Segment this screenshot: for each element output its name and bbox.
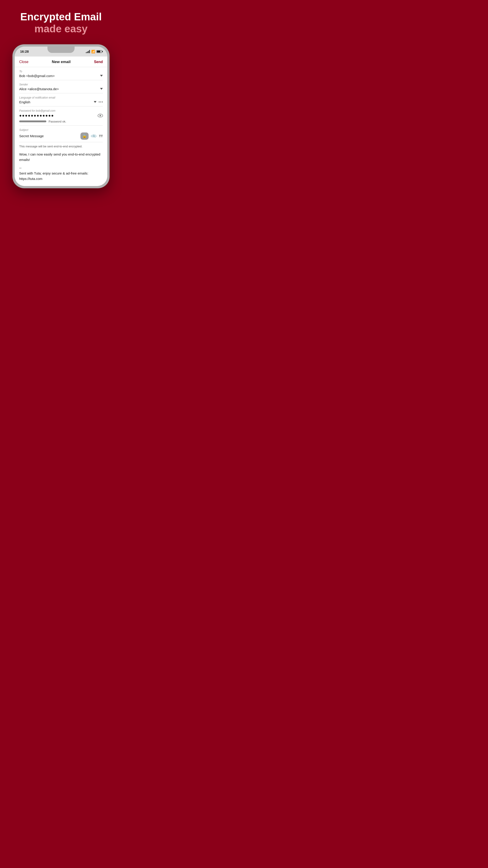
- language-field-group: Language of notification email English: [19, 93, 103, 106]
- password-strength-row: Password ok.: [19, 120, 103, 123]
- form-section: To Bob <bob@gmail.com> Sender Alice <ali…: [15, 67, 107, 142]
- language-actions: [94, 101, 103, 103]
- language-dropdown-icon[interactable]: [94, 101, 96, 103]
- password-strength-bar: [19, 121, 46, 122]
- email-signature: -- Sent with Tuta; enjoy secure & ad-fre…: [19, 165, 103, 182]
- password-row: ●●●●●●●●●●●●: [19, 113, 103, 118]
- language-row: English: [19, 100, 103, 104]
- lock-button[interactable]: 🔒: [80, 132, 89, 140]
- subject-row: Secret Message 🔒 📎 TT: [19, 132, 103, 140]
- battery-fill: [97, 51, 100, 53]
- text-size-icon[interactable]: TT: [99, 134, 103, 138]
- sender-label: Sender: [19, 83, 103, 86]
- subject-icons: 🔒 📎 TT: [80, 132, 103, 140]
- email-message[interactable]: Wow, I can now easily send you end-to-en…: [19, 152, 103, 162]
- password-strength-label: Password ok.: [48, 120, 66, 123]
- hero-subtitle: made easy: [9, 23, 113, 35]
- password-value[interactable]: ●●●●●●●●●●●●: [19, 113, 98, 118]
- phone-screen: 16:28 📶 Close New email Send: [15, 46, 107, 186]
- to-dropdown-icon[interactable]: [100, 75, 103, 76]
- language-value[interactable]: English: [19, 100, 94, 104]
- wifi-icon: 📶: [91, 50, 95, 53]
- status-bar: 16:28 📶: [15, 46, 107, 57]
- sender-field-group: Sender Alice <alice@tutanota.de>: [19, 80, 103, 93]
- password-field-group: Password for bob@gmail.com ●●●●●●●●●●●● …: [19, 106, 103, 126]
- subject-value[interactable]: Secret Message: [19, 134, 80, 138]
- sender-row: Alice <alice@tutanota.de>: [19, 87, 103, 91]
- to-row: Bob <bob@gmail.com>: [19, 74, 103, 78]
- subject-label: Subject: [19, 128, 103, 131]
- email-screen: Close New email Send To Bob <bob@gmail.c…: [15, 57, 107, 186]
- phone-mockup: 16:28 📶 Close New email Send: [12, 44, 109, 188]
- attachment-icon[interactable]: 📎: [90, 132, 97, 140]
- to-label: To: [19, 70, 103, 73]
- language-more-icon[interactable]: [99, 101, 103, 102]
- signal-icon: [86, 50, 90, 53]
- to-value[interactable]: Bob <bob@gmail.com>: [19, 74, 100, 78]
- email-header: Close New email Send: [15, 57, 107, 67]
- signature-separator: --: [19, 165, 103, 170]
- encryption-notice: This message will be sent end-to-end enc…: [19, 145, 103, 149]
- signature-text: Sent with Tuta; enjoy secure & ad-free e…: [19, 170, 103, 182]
- password-visibility-icon[interactable]: [98, 114, 103, 117]
- to-actions: [100, 75, 103, 76]
- language-label: Language of notification email: [19, 96, 103, 99]
- sender-value[interactable]: Alice <alice@tutanota.de>: [19, 87, 100, 91]
- lock-icon: 🔒: [82, 134, 87, 138]
- hero-title: Encrypted Email: [9, 11, 113, 23]
- battery-icon: [96, 50, 102, 53]
- status-time: 16:28: [20, 50, 29, 53]
- email-title: New email: [52, 60, 70, 64]
- sender-actions: [100, 88, 103, 90]
- sender-dropdown-icon[interactable]: [100, 88, 103, 90]
- email-body: This message will be sent end-to-end enc…: [15, 142, 107, 186]
- password-actions: [98, 114, 103, 117]
- hero-section: Encrypted Email made easy: [0, 0, 122, 42]
- subject-field-group: Subject Secret Message 🔒 📎 TT: [19, 126, 103, 142]
- to-field-group: To Bob <bob@gmail.com>: [19, 67, 103, 80]
- close-button[interactable]: Close: [19, 60, 29, 64]
- status-icons: 📶: [86, 50, 102, 53]
- phone-notch: [47, 46, 74, 53]
- password-label: Password for bob@gmail.com: [19, 109, 103, 112]
- send-button[interactable]: Send: [94, 60, 103, 64]
